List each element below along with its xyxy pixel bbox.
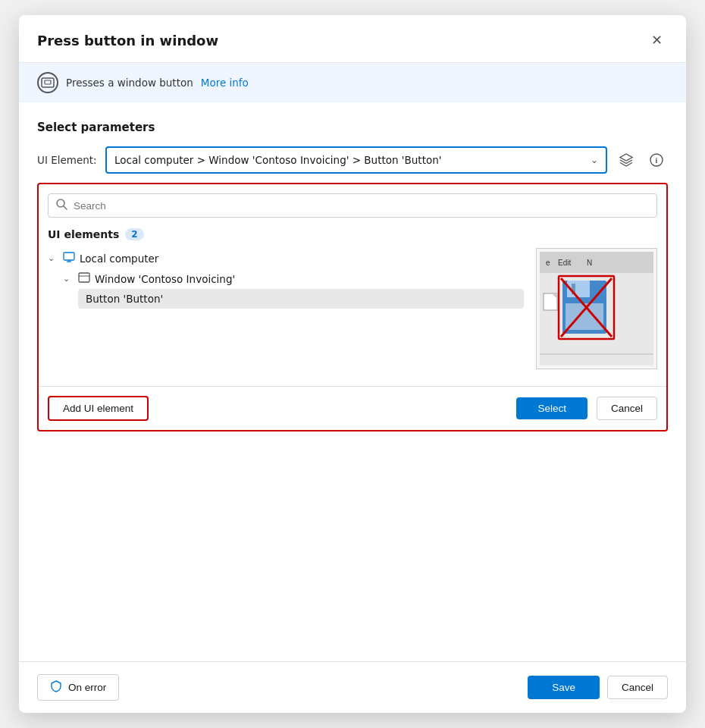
ui-element-dropdown[interactable]: Local computer > Window 'Contoso Invoici…: [105, 146, 607, 174]
tree-list: ⌄ Local computer: [48, 248, 524, 309]
press-button-icon: [37, 72, 58, 93]
svg-text:N: N: [587, 259, 592, 267]
close-button[interactable]: ✕: [645, 29, 668, 52]
field-label: UI Element:: [37, 154, 98, 166]
tree-area: ⌄ Local computer: [48, 248, 657, 369]
add-ui-element-button[interactable]: Add UI element: [48, 396, 149, 421]
layers-icon-button[interactable]: [615, 149, 638, 171]
field-row: UI Element: Local computer > Window 'Con…: [37, 146, 668, 174]
svg-rect-1: [45, 80, 51, 84]
tree-item-window[interactable]: ⌄ Window 'Contoso Invoicing': [63, 268, 524, 289]
computer-icon: [63, 251, 75, 265]
ui-elements-count-badge: 2: [125, 228, 143, 240]
tree-item-local-computer[interactable]: ⌄ Local computer: [48, 248, 524, 268]
cancel-footer-button[interactable]: Cancel: [607, 676, 668, 699]
svg-rect-12: [540, 252, 653, 273]
dialog-footer: On error Save Cancel: [19, 661, 686, 713]
section-title: Select parameters: [37, 121, 668, 134]
chevron-icon: ⌄: [48, 253, 58, 263]
preview-box: e Edit N: [536, 248, 657, 369]
svg-text:Edit: Edit: [558, 259, 571, 267]
footer-right: Save Cancel: [528, 676, 668, 699]
dropdown-value: Local computer > Window 'Contoso Invoici…: [114, 154, 591, 166]
svg-text:i: i: [656, 156, 658, 165]
tree-item-button[interactable]: Button 'Button': [78, 289, 524, 309]
save-button[interactable]: Save: [528, 676, 600, 699]
svg-rect-6: [64, 253, 74, 260]
local-computer-label: Local computer: [80, 253, 158, 265]
svg-rect-0: [42, 78, 54, 87]
cancel-panel-button[interactable]: Cancel: [597, 397, 657, 420]
search-box: [48, 193, 657, 218]
dropdown-panel-inner: UI elements 2 ⌄: [39, 184, 666, 378]
chevron-icon: ⌄: [63, 274, 74, 284]
info-icon-button[interactable]: i: [645, 149, 668, 171]
info-text: Presses a window button: [66, 77, 193, 89]
shield-icon: [50, 680, 62, 695]
window-icon: [78, 271, 90, 286]
svg-rect-9: [79, 273, 89, 282]
on-error-label: On error: [68, 682, 106, 693]
select-button[interactable]: Select: [516, 397, 588, 419]
more-info-link[interactable]: More info: [201, 77, 249, 89]
svg-text:e: e: [546, 259, 550, 267]
on-error-button[interactable]: On error: [37, 674, 119, 701]
ui-elements-title: UI elements: [48, 228, 119, 240]
tree-item-button-container: Button 'Button': [78, 289, 524, 309]
search-icon: [56, 199, 67, 212]
dropdown-panel: UI elements 2 ⌄: [37, 183, 668, 431]
chevron-down-icon: ⌄: [591, 155, 598, 165]
dialog-title: Press button in window: [37, 33, 218, 49]
dialog-header: Press button in window ✕: [19, 15, 686, 63]
svg-line-5: [64, 206, 67, 209]
dialog: Press button in window ✕ Presses a windo…: [19, 15, 686, 713]
dropdown-actions: Add UI element Select Cancel: [39, 386, 666, 430]
dialog-body: Select parameters UI Element: Local comp…: [19, 102, 686, 661]
search-input[interactable]: [74, 200, 649, 212]
info-banner: Presses a window button More info: [19, 63, 686, 102]
window-label: Window 'Contoso Invoicing': [95, 273, 235, 285]
ui-elements-header: UI elements 2: [48, 228, 657, 240]
